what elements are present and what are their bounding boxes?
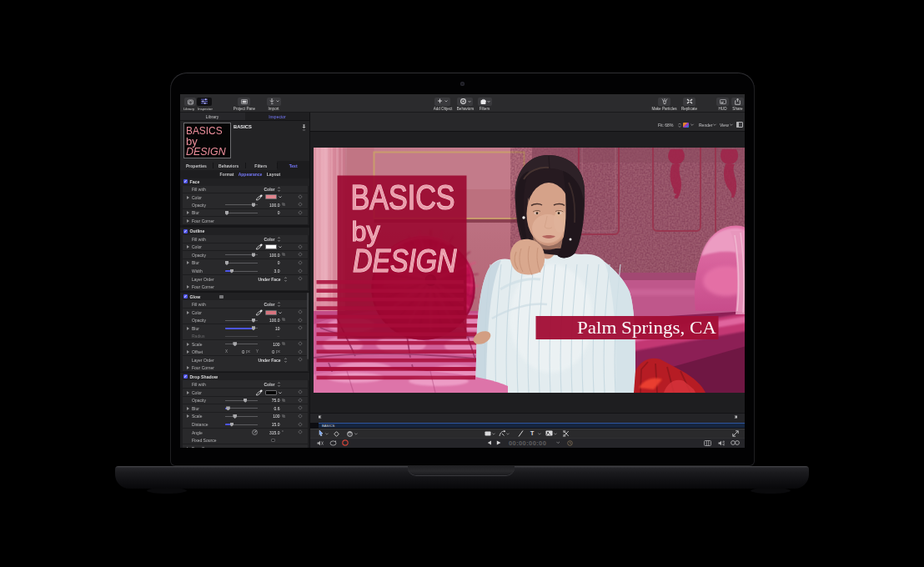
svg-text:DESIGN: DESIGN <box>353 243 457 278</box>
svg-text:Palm Springs, CA: Palm Springs, CA <box>577 317 716 338</box>
svg-text:BASICS: BASICS <box>350 178 454 217</box>
